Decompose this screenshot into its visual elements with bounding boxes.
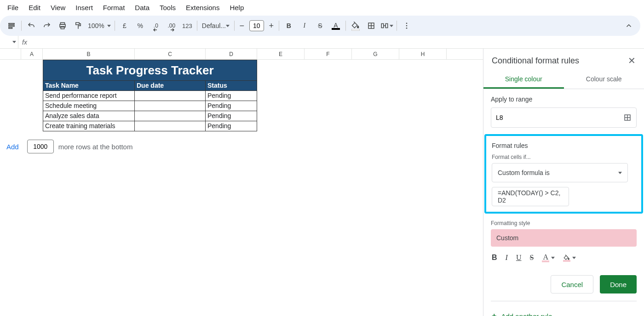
redo-icon[interactable] <box>40 19 53 32</box>
cell-status[interactable]: Pending <box>206 91 257 101</box>
zoom-dropdown[interactable]: 100% <box>86 22 113 29</box>
menu-format[interactable]: Format <box>98 2 130 13</box>
decrease-decimal-button[interactable]: .0 <box>150 19 162 32</box>
menu-insert[interactable]: Insert <box>71 2 98 13</box>
header-status[interactable]: Status <box>206 81 257 91</box>
apply-to-range-label: Apply to range <box>491 96 637 103</box>
formatting-style-label: Formatting style <box>491 220 637 226</box>
cell-status[interactable]: Pending <box>206 101 257 111</box>
tab-colour-scale[interactable]: Colour scale <box>564 71 644 89</box>
table-row: Schedule meeting Pending <box>43 101 257 111</box>
svg-rect-6 <box>76 23 80 25</box>
style-preview[interactable]: Custom <box>491 229 637 247</box>
sheet-area[interactable]: A B C D E F G H Task Progress Tracker Ta… <box>0 49 483 316</box>
format-cells-if-label: Format cells if... <box>492 154 636 160</box>
menu-edit[interactable]: Edit <box>24 2 45 13</box>
col-extra[interactable] <box>447 49 472 59</box>
strikethrough-button[interactable]: S <box>314 19 327 32</box>
table-row: Send performance report Pending <box>43 91 257 101</box>
increase-decimal-button[interactable]: .00 <box>165 19 178 32</box>
menu-extensions[interactable]: Extensions <box>181 2 224 13</box>
style-bold-button[interactable]: B <box>492 254 497 262</box>
grid-select-icon[interactable] <box>623 113 632 122</box>
style-fill-color-button[interactable] <box>563 254 576 262</box>
add-rule-label: Add another rule <box>501 312 552 316</box>
formula-bar: fx <box>0 36 644 49</box>
col-c[interactable]: C <box>135 49 206 59</box>
menu-tools[interactable]: Tools <box>155 2 180 13</box>
cell-due[interactable] <box>135 111 206 121</box>
merge-cells-button[interactable] <box>380 19 393 32</box>
fx-icon: fx <box>18 39 31 46</box>
done-button[interactable]: Done <box>600 275 637 293</box>
name-box[interactable] <box>0 36 18 48</box>
font-family-dropdown[interactable]: Defaul... <box>199 22 232 29</box>
cell-due[interactable] <box>135 91 206 101</box>
condition-dropdown[interactable]: Custom formula is <box>492 163 628 182</box>
format-rules-label: Format rules <box>492 142 636 149</box>
range-input[interactable] <box>496 114 623 121</box>
decrease-font-size-button[interactable]: − <box>236 20 247 31</box>
header-task[interactable]: Task Name <box>43 81 135 91</box>
close-icon[interactable]: ✕ <box>628 55 636 66</box>
borders-button[interactable] <box>365 19 378 32</box>
svg-rect-2 <box>9 28 12 28</box>
col-e[interactable]: E <box>257 49 305 59</box>
add-another-rule-button[interactable]: + Add another rule <box>491 301 637 316</box>
collapse-toolbar-button[interactable] <box>622 19 635 32</box>
table-row: Analyze sales data Pending <box>43 111 257 121</box>
condition-value: Custom formula is <box>498 169 550 176</box>
text-color-button[interactable]: A <box>329 19 342 32</box>
menu-help[interactable]: Help <box>225 2 248 13</box>
menu-data[interactable]: Data <box>130 2 154 13</box>
cell-task[interactable]: Analyze sales data <box>43 111 135 121</box>
cell-due[interactable] <box>135 121 206 131</box>
cell-task[interactable]: Send performance report <box>43 91 135 101</box>
undo-icon[interactable] <box>25 19 38 32</box>
font-size-input[interactable] <box>249 20 264 31</box>
more-toolbar-button[interactable] <box>400 19 413 32</box>
svg-point-14 <box>406 28 407 29</box>
col-d[interactable]: D <box>206 49 257 59</box>
percent-button[interactable]: % <box>134 19 147 32</box>
col-h[interactable]: H <box>399 49 447 59</box>
style-italic-button[interactable]: I <box>506 254 508 262</box>
print-icon[interactable] <box>56 19 69 32</box>
svg-rect-10 <box>381 24 384 28</box>
svg-rect-1 <box>9 25 14 26</box>
cell-status[interactable]: Pending <box>206 111 257 121</box>
col-f[interactable]: F <box>305 49 352 59</box>
menu-file[interactable]: File <box>3 2 23 13</box>
cancel-button[interactable]: Cancel <box>551 275 593 293</box>
col-a[interactable]: A <box>21 49 43 59</box>
add-rows-input[interactable] <box>27 140 54 153</box>
menu-view[interactable]: View <box>46 2 70 13</box>
sheet-title[interactable]: Task Progress Tracker <box>43 60 257 81</box>
table-header-row: Task Name Due date Status <box>43 81 257 91</box>
fill-color-button[interactable] <box>349 19 362 32</box>
select-all-corner[interactable] <box>0 49 21 59</box>
style-icons: B I U S A <box>491 251 637 266</box>
style-underline-button[interactable]: U <box>516 254 522 262</box>
col-b[interactable]: B <box>43 49 135 59</box>
bold-button[interactable]: B <box>282 19 295 32</box>
cell-due[interactable] <box>135 101 206 111</box>
paint-format-icon[interactable] <box>72 19 85 32</box>
add-rows-button[interactable]: Add <box>3 141 23 152</box>
tab-single-colour[interactable]: Single colour <box>483 71 564 89</box>
cell-task[interactable]: Create training materials <box>43 121 135 131</box>
italic-button[interactable]: I <box>298 19 311 32</box>
formula-value-input[interactable]: =AND(TODAY() > C2, D2 <box>492 187 569 206</box>
search-menus-icon[interactable] <box>5 19 18 32</box>
style-text-color-button[interactable]: A <box>542 253 555 262</box>
increase-font-size-button[interactable]: + <box>266 20 277 31</box>
more-formats-button[interactable]: 123 <box>181 19 194 32</box>
font-size-group: − + <box>236 20 277 31</box>
col-g[interactable]: G <box>352 49 399 59</box>
currency-button[interactable]: £ <box>118 19 131 32</box>
cell-task[interactable]: Schedule meeting <box>43 101 135 111</box>
style-strike-button[interactable]: S <box>529 254 534 262</box>
header-due[interactable]: Due date <box>135 81 206 91</box>
column-headers: A B C D E F G H <box>0 49 483 60</box>
cell-status[interactable]: Pending <box>206 121 257 131</box>
